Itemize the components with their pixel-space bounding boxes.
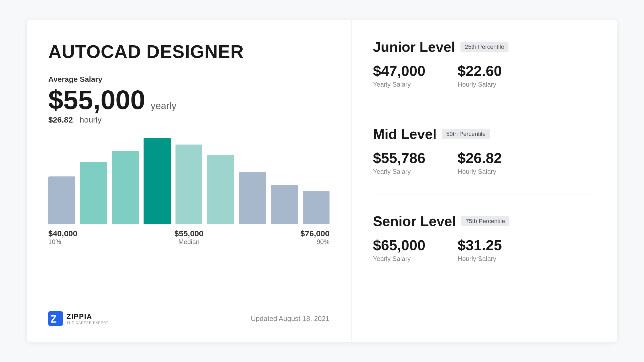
level-title: Mid Level (373, 126, 437, 142)
yearly-salary-value: $55,000 (48, 86, 145, 113)
bar-chart: $40,000 10% $55,000 Median $76,000 90% (48, 138, 330, 298)
left-panel: AUTOCAD DESIGNER Average Salary $55,000 … (27, 20, 352, 342)
level-data: $55,786 Yearly Salary $26.82 Hourly Sala… (373, 150, 596, 175)
updated-date: Updated August 18, 2021 (251, 315, 330, 323)
yearly-label: Yearly Salary (373, 255, 425, 263)
bar (80, 162, 107, 223)
hourly-salary-value: $26.82 (48, 115, 73, 124)
section-divider (373, 194, 596, 194)
zippia-icon: Z (48, 311, 63, 326)
level-data: $47,000 Yearly Salary $22.60 Hourly Sala… (373, 62, 596, 88)
zippia-tagline: THE CAREER EXPERT (67, 321, 108, 325)
bar (144, 138, 170, 224)
yearly-value: $47,000 (373, 62, 425, 79)
section-divider (373, 107, 596, 107)
hourly-salary-item: $26.82 Hourly Salary (458, 150, 502, 175)
right-panel: Junior Level 25th Percentile $47,000 Yea… (352, 20, 617, 342)
hourly-value: $22.60 (458, 62, 502, 79)
chart-label-right: $76,000 90% (301, 229, 330, 246)
level-title: Senior Level (373, 213, 456, 229)
hourly-value: $26.82 (458, 150, 502, 166)
hourly-salary-row: $26.82 hourly (48, 115, 330, 124)
percentile-badge: 25th Percentile (460, 42, 508, 52)
bar (175, 145, 202, 223)
yearly-salary-item: $65,000 Yearly Salary (373, 237, 425, 263)
hourly-label: Hourly Salary (458, 255, 502, 263)
hourly-value: $31.25 (458, 237, 502, 253)
hourly-period-label: hourly (80, 115, 102, 124)
chart-labels: $40,000 10% $55,000 Median $76,000 90% (48, 229, 330, 246)
level-data: $65,000 Yearly Salary $31.25 Hourly Sala… (373, 237, 596, 263)
percentile-badge: 50th Percentile (442, 129, 490, 139)
hourly-salary-item: $22.60 Hourly Salary (458, 62, 502, 88)
bar (207, 155, 234, 224)
hourly-salary-item: $31.25 Hourly Salary (458, 237, 502, 263)
yearly-salary-item: $47,000 Yearly Salary (373, 62, 425, 88)
chart-median-label: Median (178, 238, 200, 246)
yearly-label: Yearly Salary (373, 81, 425, 88)
chart-label-left: $40,000 10% (48, 229, 77, 246)
svg-text:Z: Z (50, 313, 57, 325)
level-section-mid-level: Mid Level 50th Percentile $55,786 Yearly… (373, 126, 596, 175)
level-title: Junior Level (373, 39, 455, 55)
chart-label-center: $55,000 Median (174, 229, 203, 246)
avg-salary-label: Average Salary (48, 75, 330, 84)
zippia-text: ZIPPIA THE CAREER EXPERT (67, 312, 108, 325)
bars-area (48, 138, 330, 224)
level-header: Junior Level 25th Percentile (373, 39, 596, 55)
bar (239, 172, 266, 224)
main-card: AUTOCAD DESIGNER Average Salary $55,000 … (27, 20, 617, 342)
yearly-period-label: yearly (151, 100, 176, 112)
yearly-label: Yearly Salary (373, 168, 425, 175)
level-header: Mid Level 50th Percentile (373, 126, 596, 142)
chart-max-value: $76,000 (301, 229, 330, 238)
chart-max-pct: 90% (317, 238, 330, 246)
yearly-value: $55,786 (373, 150, 425, 166)
yearly-salary-item: $55,786 Yearly Salary (373, 150, 425, 175)
level-section-junior-level: Junior Level 25th Percentile $47,000 Yea… (373, 39, 596, 88)
chart-min-value: $40,000 (48, 229, 77, 238)
job-title: AUTOCAD DESIGNER (48, 42, 330, 62)
bar (303, 191, 330, 224)
hourly-label: Hourly Salary (458, 81, 502, 88)
level-section-senior-level: Senior Level 75th Percentile $65,000 Yea… (373, 213, 596, 263)
bar (48, 176, 75, 224)
zippia-name: ZIPPIA (67, 312, 108, 321)
level-header: Senior Level 75th Percentile (373, 213, 596, 229)
chart-min-pct: 10% (48, 238, 61, 246)
yearly-value: $65,000 (373, 237, 425, 253)
bar (271, 185, 298, 224)
left-footer: Z ZIPPIA THE CAREER EXPERT Updated Augus… (48, 311, 330, 326)
hourly-label: Hourly Salary (458, 168, 502, 175)
salary-main-row: $55,000 yearly (48, 86, 330, 113)
percentile-badge: 75th Percentile (461, 216, 509, 226)
bar (112, 151, 139, 224)
zippia-logo: Z ZIPPIA THE CAREER EXPERT (48, 311, 108, 326)
chart-median-value: $55,000 (174, 229, 203, 238)
